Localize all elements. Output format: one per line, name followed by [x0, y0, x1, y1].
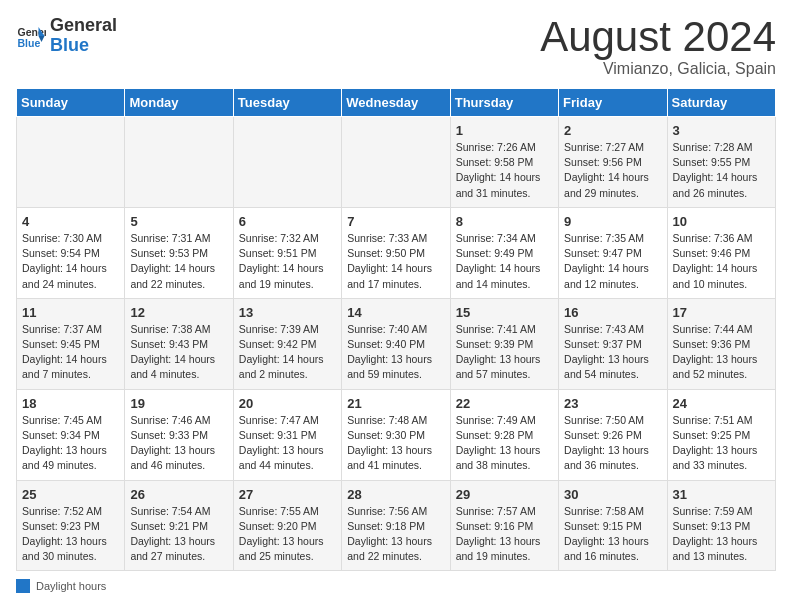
calendar-cell: 13Sunrise: 7:39 AMSunset: 9:42 PMDayligh…	[233, 298, 341, 389]
day-info: Sunrise: 7:30 AMSunset: 9:54 PMDaylight:…	[22, 231, 119, 292]
logo-icon: General Blue	[16, 21, 46, 51]
calendar-cell: 9Sunrise: 7:35 AMSunset: 9:47 PMDaylight…	[559, 207, 667, 298]
page-header: General Blue General Blue August 2024 Vi…	[16, 16, 776, 78]
day-info: Sunrise: 7:38 AMSunset: 9:43 PMDaylight:…	[130, 322, 227, 383]
calendar-week-4: 18Sunrise: 7:45 AMSunset: 9:34 PMDayligh…	[17, 389, 776, 480]
calendar-cell: 21Sunrise: 7:48 AMSunset: 9:30 PMDayligh…	[342, 389, 450, 480]
logo-text: General Blue	[50, 16, 117, 56]
calendar-cell: 31Sunrise: 7:59 AMSunset: 9:13 PMDayligh…	[667, 480, 775, 571]
calendar-header-row: SundayMondayTuesdayWednesdayThursdayFrid…	[17, 89, 776, 117]
day-info: Sunrise: 7:34 AMSunset: 9:49 PMDaylight:…	[456, 231, 553, 292]
calendar-cell	[342, 117, 450, 208]
calendar-cell: 12Sunrise: 7:38 AMSunset: 9:43 PMDayligh…	[125, 298, 233, 389]
day-number: 31	[673, 487, 770, 502]
day-number: 21	[347, 396, 444, 411]
day-number: 20	[239, 396, 336, 411]
day-info: Sunrise: 7:28 AMSunset: 9:55 PMDaylight:…	[673, 140, 770, 201]
calendar-cell: 6Sunrise: 7:32 AMSunset: 9:51 PMDaylight…	[233, 207, 341, 298]
day-info: Sunrise: 7:52 AMSunset: 9:23 PMDaylight:…	[22, 504, 119, 565]
calendar-cell: 22Sunrise: 7:49 AMSunset: 9:28 PMDayligh…	[450, 389, 558, 480]
calendar-cell: 17Sunrise: 7:44 AMSunset: 9:36 PMDayligh…	[667, 298, 775, 389]
calendar-cell: 23Sunrise: 7:50 AMSunset: 9:26 PMDayligh…	[559, 389, 667, 480]
day-info: Sunrise: 7:50 AMSunset: 9:26 PMDaylight:…	[564, 413, 661, 474]
day-number: 17	[673, 305, 770, 320]
day-info: Sunrise: 7:43 AMSunset: 9:37 PMDaylight:…	[564, 322, 661, 383]
day-number: 29	[456, 487, 553, 502]
day-number: 10	[673, 214, 770, 229]
day-info: Sunrise: 7:41 AMSunset: 9:39 PMDaylight:…	[456, 322, 553, 383]
day-number: 9	[564, 214, 661, 229]
day-info: Sunrise: 7:32 AMSunset: 9:51 PMDaylight:…	[239, 231, 336, 292]
day-info: Sunrise: 7:33 AMSunset: 9:50 PMDaylight:…	[347, 231, 444, 292]
calendar-cell	[233, 117, 341, 208]
day-info: Sunrise: 7:31 AMSunset: 9:53 PMDaylight:…	[130, 231, 227, 292]
calendar-week-2: 4Sunrise: 7:30 AMSunset: 9:54 PMDaylight…	[17, 207, 776, 298]
day-number: 7	[347, 214, 444, 229]
calendar-cell: 1Sunrise: 7:26 AMSunset: 9:58 PMDaylight…	[450, 117, 558, 208]
day-number: 11	[22, 305, 119, 320]
header-monday: Monday	[125, 89, 233, 117]
calendar-cell: 8Sunrise: 7:34 AMSunset: 9:49 PMDaylight…	[450, 207, 558, 298]
day-number: 8	[456, 214, 553, 229]
day-number: 16	[564, 305, 661, 320]
calendar-cell: 24Sunrise: 7:51 AMSunset: 9:25 PMDayligh…	[667, 389, 775, 480]
footer: Daylight hours	[16, 579, 776, 593]
day-number: 15	[456, 305, 553, 320]
day-number: 23	[564, 396, 661, 411]
day-number: 3	[673, 123, 770, 138]
header-sunday: Sunday	[17, 89, 125, 117]
day-number: 12	[130, 305, 227, 320]
title-block: August 2024 Vimianzo, Galicia, Spain	[540, 16, 776, 78]
calendar-cell: 26Sunrise: 7:54 AMSunset: 9:21 PMDayligh…	[125, 480, 233, 571]
day-number: 25	[22, 487, 119, 502]
calendar-cell: 25Sunrise: 7:52 AMSunset: 9:23 PMDayligh…	[17, 480, 125, 571]
calendar-cell: 11Sunrise: 7:37 AMSunset: 9:45 PMDayligh…	[17, 298, 125, 389]
calendar-cell: 30Sunrise: 7:58 AMSunset: 9:15 PMDayligh…	[559, 480, 667, 571]
day-info: Sunrise: 7:27 AMSunset: 9:56 PMDaylight:…	[564, 140, 661, 201]
day-number: 5	[130, 214, 227, 229]
calendar-table: SundayMondayTuesdayWednesdayThursdayFrid…	[16, 88, 776, 571]
day-info: Sunrise: 7:36 AMSunset: 9:46 PMDaylight:…	[673, 231, 770, 292]
calendar-week-1: 1Sunrise: 7:26 AMSunset: 9:58 PMDaylight…	[17, 117, 776, 208]
calendar-subtitle: Vimianzo, Galicia, Spain	[540, 60, 776, 78]
footer-color-box	[16, 579, 30, 593]
header-tuesday: Tuesday	[233, 89, 341, 117]
day-number: 4	[22, 214, 119, 229]
calendar-cell: 20Sunrise: 7:47 AMSunset: 9:31 PMDayligh…	[233, 389, 341, 480]
header-saturday: Saturday	[667, 89, 775, 117]
calendar-cell	[17, 117, 125, 208]
calendar-cell	[125, 117, 233, 208]
day-info: Sunrise: 7:47 AMSunset: 9:31 PMDaylight:…	[239, 413, 336, 474]
day-info: Sunrise: 7:54 AMSunset: 9:21 PMDaylight:…	[130, 504, 227, 565]
footer-label: Daylight hours	[36, 580, 106, 592]
day-number: 27	[239, 487, 336, 502]
day-info: Sunrise: 7:57 AMSunset: 9:16 PMDaylight:…	[456, 504, 553, 565]
day-info: Sunrise: 7:39 AMSunset: 9:42 PMDaylight:…	[239, 322, 336, 383]
day-info: Sunrise: 7:59 AMSunset: 9:13 PMDaylight:…	[673, 504, 770, 565]
day-number: 19	[130, 396, 227, 411]
calendar-week-5: 25Sunrise: 7:52 AMSunset: 9:23 PMDayligh…	[17, 480, 776, 571]
day-number: 13	[239, 305, 336, 320]
day-info: Sunrise: 7:55 AMSunset: 9:20 PMDaylight:…	[239, 504, 336, 565]
calendar-cell: 5Sunrise: 7:31 AMSunset: 9:53 PMDaylight…	[125, 207, 233, 298]
day-number: 18	[22, 396, 119, 411]
calendar-cell: 16Sunrise: 7:43 AMSunset: 9:37 PMDayligh…	[559, 298, 667, 389]
day-info: Sunrise: 7:51 AMSunset: 9:25 PMDaylight:…	[673, 413, 770, 474]
day-info: Sunrise: 7:46 AMSunset: 9:33 PMDaylight:…	[130, 413, 227, 474]
calendar-cell: 18Sunrise: 7:45 AMSunset: 9:34 PMDayligh…	[17, 389, 125, 480]
calendar-cell: 28Sunrise: 7:56 AMSunset: 9:18 PMDayligh…	[342, 480, 450, 571]
day-number: 28	[347, 487, 444, 502]
day-info: Sunrise: 7:45 AMSunset: 9:34 PMDaylight:…	[22, 413, 119, 474]
calendar-cell: 15Sunrise: 7:41 AMSunset: 9:39 PMDayligh…	[450, 298, 558, 389]
calendar-cell: 29Sunrise: 7:57 AMSunset: 9:16 PMDayligh…	[450, 480, 558, 571]
day-info: Sunrise: 7:48 AMSunset: 9:30 PMDaylight:…	[347, 413, 444, 474]
day-info: Sunrise: 7:49 AMSunset: 9:28 PMDaylight:…	[456, 413, 553, 474]
day-info: Sunrise: 7:44 AMSunset: 9:36 PMDaylight:…	[673, 322, 770, 383]
svg-text:Blue: Blue	[18, 36, 41, 48]
calendar-week-3: 11Sunrise: 7:37 AMSunset: 9:45 PMDayligh…	[17, 298, 776, 389]
day-number: 26	[130, 487, 227, 502]
header-wednesday: Wednesday	[342, 89, 450, 117]
header-friday: Friday	[559, 89, 667, 117]
header-thursday: Thursday	[450, 89, 558, 117]
day-number: 6	[239, 214, 336, 229]
